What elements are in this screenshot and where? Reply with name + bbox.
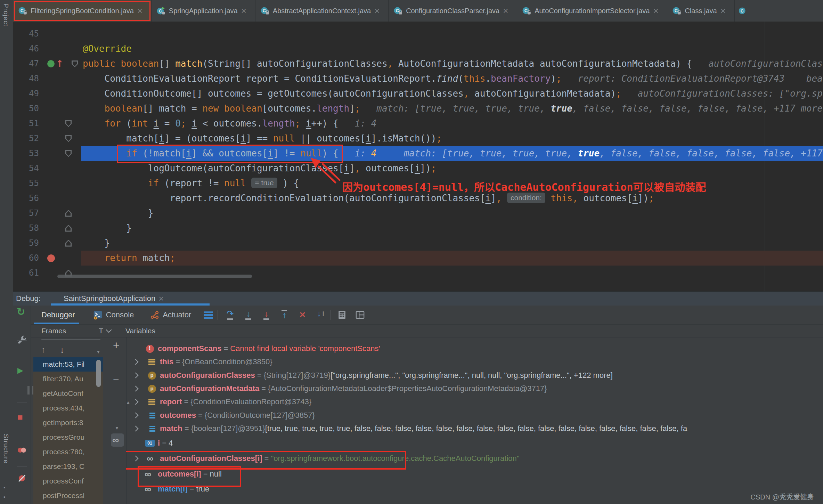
step-out-button[interactable]: [279, 309, 290, 320]
variable-row[interactable]: autoConfigurationClasses[i]="org.springf…: [126, 452, 823, 465]
variable-row[interactable]: componentScans=Cannot find local variabl…: [126, 342, 823, 355]
code-text[interactable]: ConditionOutcome[] outcomes = getOutcome…: [81, 86, 823, 101]
breakpoint-icon[interactable]: [47, 254, 55, 262]
expand-chevron[interactable]: [131, 387, 147, 391]
variable-row[interactable]: outcomes[i]=null: [126, 468, 823, 481]
stack-frame-item[interactable]: getAutoConf: [33, 386, 103, 401]
code-text[interactable]: }: [81, 236, 823, 251]
filter-icon[interactable]: [80, 346, 88, 354]
force-step-into-button[interactable]: [261, 309, 271, 320]
stripe-square-icon[interactable]: ▪: [3, 485, 9, 490]
close-icon[interactable]: [158, 294, 166, 303]
variable-row[interactable]: autoConfigurationClasses={String[127]@37…: [126, 369, 823, 382]
view-breakpoints-button[interactable]: [17, 445, 27, 455]
remove-watch-button[interactable]: [113, 375, 122, 384]
resume-button[interactable]: [17, 367, 26, 376]
stack-frame-item[interactable]: parse:193, C: [33, 459, 103, 474]
close-icon[interactable]: [374, 6, 382, 15]
gutter[interactable]: 48: [13, 71, 81, 86]
mute-breakpoints-button[interactable]: [17, 473, 27, 483]
stripe-square-icon[interactable]: ▪: [3, 494, 9, 500]
code-text[interactable]: @Override: [81, 41, 823, 56]
run-to-cursor-button[interactable]: [315, 309, 326, 320]
expand-chevron[interactable]: [131, 400, 147, 404]
gutter[interactable]: 55: [13, 176, 81, 191]
editor-tab[interactable]: CSpringApplication.java: [152, 0, 255, 22]
variable-row[interactable]: match={boolean[127]@3951} [true, true, t…: [126, 422, 823, 435]
gutter[interactable]: 45: [13, 26, 81, 41]
editor-tab[interactable]: CConfigurationClassParser.java: [389, 0, 517, 22]
gutter[interactable]: 56: [13, 191, 81, 206]
gutter[interactable]: 59: [13, 236, 81, 251]
stop-button[interactable]: [17, 413, 26, 422]
variable-row[interactable]: autoConfigurationMetadata={AutoConfigura…: [126, 382, 823, 395]
gutter[interactable]: 52: [13, 131, 81, 146]
code-editor[interactable]: 4546@Override47public boolean[] match(St…: [13, 22, 823, 291]
gutter[interactable]: 46: [13, 41, 81, 56]
add-watch-button[interactable]: [113, 340, 122, 351]
variable-row[interactable]: outcomes={ConditionOutcome[127]@3857}: [126, 409, 823, 422]
code-text[interactable]: logOutcome(autoConfigurationClasses[i], …: [81, 161, 823, 176]
gutter[interactable]: 51: [13, 116, 81, 131]
expand-chevron[interactable]: [131, 456, 147, 461]
gutter[interactable]: 49: [13, 86, 81, 101]
expand-chevron[interactable]: [131, 360, 147, 364]
frame-up-icon[interactable]: [41, 346, 50, 355]
variable-row[interactable]: this={OnBeanCondition@3850}: [126, 355, 823, 368]
editor-tab[interactable]: CAutoConfigurationImportSelector.java: [517, 0, 667, 22]
editor-tab[interactable]: CFilteringSpringBootCondition.java: [13, 0, 152, 22]
stack-frame-item[interactable]: processConf: [33, 474, 103, 488]
close-icon[interactable]: [241, 6, 249, 15]
rerun-button[interactable]: [17, 307, 27, 317]
expand-chevron[interactable]: [131, 373, 147, 377]
editor-horizontal-scrollbar[interactable]: [57, 275, 252, 278]
code-text[interactable]: boolean[] match = new boolean[outcomes.l…: [81, 101, 823, 116]
move-down-button[interactable]: [115, 423, 120, 429]
tab-actuator[interactable]: Actuator: [150, 306, 191, 324]
code-text[interactable]: return match;: [81, 251, 823, 266]
gutter[interactable]: 61: [13, 266, 81, 281]
panel-divider[interactable]: [126, 337, 127, 504]
debug-session-tab[interactable]: SaintSpringbootApplication: [51, 294, 166, 303]
variable-row[interactable]: i=4: [126, 437, 823, 450]
stack-frame-item[interactable]: getImports:8: [33, 415, 103, 430]
frame-down-icon[interactable]: [60, 346, 69, 355]
view-options-button[interactable]: [204, 311, 213, 319]
close-icon[interactable]: [503, 6, 511, 15]
stack-frame-item[interactable]: filter:370, Au: [33, 372, 103, 386]
restore-layout-button[interactable]: [355, 310, 365, 320]
stack-frame-item[interactable]: process:780,: [33, 445, 103, 459]
frames-hscrollbar[interactable]: [41, 339, 100, 340]
code-text[interactable]: }: [81, 221, 823, 236]
close-icon[interactable]: [653, 6, 661, 15]
expand-chevron[interactable]: [131, 413, 147, 417]
editor-tab[interactable]: CAbstractApplicationContext.java: [255, 0, 389, 22]
tab-debugger[interactable]: Debugger: [41, 306, 75, 324]
gutter[interactable]: 58: [13, 221, 81, 236]
evaluate-expression-button[interactable]: [337, 310, 347, 320]
step-over-button[interactable]: [225, 309, 235, 320]
frames-scrollbar[interactable]: [96, 360, 101, 387]
expand-chevron[interactable]: [131, 426, 147, 431]
editor-tab[interactable]: CClass.java: [667, 0, 734, 22]
gutter[interactable]: 50: [13, 101, 81, 116]
close-icon[interactable]: [720, 6, 728, 15]
chevron-down-icon[interactable]: [96, 347, 101, 353]
gutter[interactable]: 54: [13, 161, 81, 176]
drop-frame-button[interactable]: [297, 309, 308, 320]
code-text[interactable]: [81, 266, 823, 281]
code-text[interactable]: }: [81, 206, 823, 221]
step-into-button[interactable]: [243, 309, 253, 320]
code-text[interactable]: for (int i = 0; i < outcomes.length; i++…: [81, 116, 823, 131]
close-icon[interactable]: [137, 6, 145, 15]
code-text[interactable]: ConditionEvaluationReport report = Condi…: [81, 71, 823, 86]
variable-row[interactable]: match[i]=true: [126, 482, 823, 496]
editor-tab-partial[interactable]: C: [735, 0, 747, 22]
stack-frame-item[interactable]: postProcessl: [33, 488, 103, 503]
stack-frame-item[interactable]: processGrou: [33, 430, 103, 445]
variable-row[interactable]: report={ConditionEvaluationReport@3743}: [126, 395, 823, 408]
code-text[interactable]: public boolean[] match(String[] autoConf…: [81, 56, 823, 71]
gutter[interactable]: 53: [13, 146, 81, 161]
panel-divider[interactable]: [109, 324, 109, 504]
gutter[interactable]: 60: [13, 251, 81, 266]
